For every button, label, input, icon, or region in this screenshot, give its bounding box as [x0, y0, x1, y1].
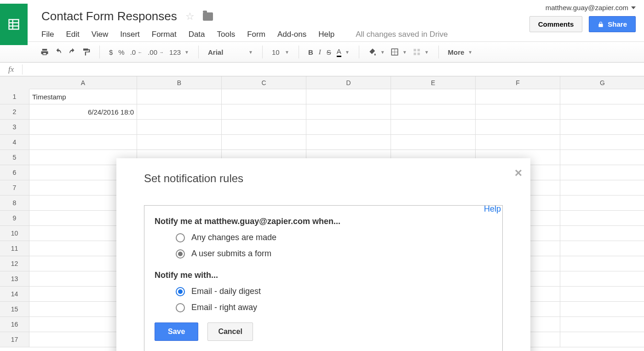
font-family-select[interactable]: Arial▼: [205, 46, 256, 58]
menu-data[interactable]: Data: [189, 30, 205, 39]
cell-G9[interactable]: [560, 211, 644, 226]
row-header-10[interactable]: 10: [0, 226, 29, 241]
cell-B3[interactable]: [137, 120, 222, 135]
row-header-12[interactable]: 12: [0, 256, 29, 271]
col-header-A[interactable]: A: [29, 76, 137, 89]
cell-G3[interactable]: [560, 120, 644, 135]
col-header-F[interactable]: F: [476, 76, 560, 89]
star-icon[interactable]: ☆: [185, 11, 195, 23]
menu-help[interactable]: Help: [318, 30, 334, 39]
menu-view[interactable]: View: [92, 30, 109, 39]
currency-button[interactable]: $: [106, 46, 115, 58]
font-size-select[interactable]: 10▼: [269, 46, 292, 58]
borders-button[interactable]: ▼: [388, 46, 410, 58]
cell-C1[interactable]: [222, 89, 306, 104]
menu-file[interactable]: File: [41, 30, 54, 39]
cell-B1[interactable]: [137, 89, 222, 104]
radio-form-submit[interactable]: A user submits a form: [176, 249, 492, 259]
menu-tools[interactable]: Tools: [217, 30, 236, 39]
radio-any-changes[interactable]: Any changes are made: [176, 233, 492, 242]
cell-G16[interactable]: [560, 317, 644, 332]
cell-G8[interactable]: [560, 196, 644, 211]
share-button[interactable]: Share: [589, 16, 636, 32]
row-header-4[interactable]: 4: [0, 135, 29, 150]
cell-G6[interactable]: [560, 165, 644, 180]
row-header-1[interactable]: 1: [0, 89, 29, 104]
cell-G15[interactable]: [560, 302, 644, 317]
close-icon[interactable]: ×: [515, 166, 522, 180]
bold-button[interactable]: B: [305, 46, 316, 58]
folder-icon[interactable]: [203, 12, 213, 21]
decrease-decimal-button[interactable]: .0←: [127, 46, 145, 58]
sheets-logo[interactable]: [0, 4, 28, 45]
menu-addons[interactable]: Add-ons: [277, 30, 306, 39]
cell-E3[interactable]: [391, 120, 476, 135]
row-header-7[interactable]: 7: [0, 180, 29, 196]
cell-G7[interactable]: [560, 180, 644, 196]
cell-F4[interactable]: [476, 135, 560, 150]
radio-right-away[interactable]: Email - right away: [176, 303, 492, 312]
more-button[interactable]: More▼: [445, 46, 476, 58]
cell-G10[interactable]: [560, 226, 644, 241]
menu-insert[interactable]: Insert: [120, 30, 140, 39]
cell-E2[interactable]: [391, 104, 476, 120]
cell-G11[interactable]: [560, 241, 644, 256]
cell-F3[interactable]: [476, 120, 560, 135]
cell-G12[interactable]: [560, 256, 644, 271]
paint-format-icon[interactable]: [79, 46, 93, 58]
menu-form[interactable]: Form: [247, 30, 265, 39]
cell-D3[interactable]: [306, 120, 391, 135]
formula-bar[interactable]: fx: [0, 63, 644, 76]
fill-color-button[interactable]: ▼: [366, 46, 388, 58]
percent-button[interactable]: %: [115, 46, 127, 58]
cell-G13[interactable]: [560, 271, 644, 287]
increase-decimal-button[interactable]: .00→: [145, 46, 167, 58]
cancel-button[interactable]: Cancel: [207, 322, 253, 341]
row-header-3[interactable]: 3: [0, 120, 29, 135]
cell-D2[interactable]: [306, 104, 391, 120]
row-header-6[interactable]: 6: [0, 165, 29, 180]
doc-title[interactable]: Contact Form Responses: [41, 9, 177, 23]
cell-G1[interactable]: [560, 89, 644, 104]
row-header-8[interactable]: 8: [0, 196, 29, 211]
cell-E1[interactable]: [391, 89, 476, 104]
row-header-9[interactable]: 9: [0, 211, 29, 226]
cell-B2[interactable]: [137, 104, 222, 120]
cell-F2[interactable]: [476, 104, 560, 120]
row-header-14[interactable]: 14: [0, 287, 29, 302]
merge-button[interactable]: ▼: [410, 46, 432, 58]
row-header-15[interactable]: 15: [0, 302, 29, 317]
redo-icon[interactable]: [65, 46, 79, 58]
menu-edit[interactable]: Edit: [66, 30, 79, 39]
col-header-D[interactable]: D: [306, 76, 391, 89]
cell-C2[interactable]: [222, 104, 306, 120]
cell-A1[interactable]: Timestamp: [29, 89, 137, 104]
cell-G17[interactable]: [560, 332, 644, 347]
cell-B4[interactable]: [137, 135, 222, 150]
col-header-C[interactable]: C: [222, 76, 306, 89]
text-color-button[interactable]: A▼: [334, 46, 352, 59]
print-icon[interactable]: [38, 46, 52, 58]
save-button[interactable]: Save: [155, 322, 198, 341]
col-header-B[interactable]: B: [137, 76, 222, 89]
col-header-G[interactable]: G: [560, 76, 644, 89]
help-link[interactable]: Help: [484, 204, 501, 214]
cell-C3[interactable]: [222, 120, 306, 135]
row-header-2[interactable]: 2: [0, 104, 29, 120]
comments-button[interactable]: Comments: [529, 16, 583, 32]
cell-F1[interactable]: [476, 89, 560, 104]
cell-E4[interactable]: [391, 135, 476, 150]
cell-A4[interactable]: [29, 135, 137, 150]
row-header-13[interactable]: 13: [0, 271, 29, 287]
select-all-corner[interactable]: [0, 76, 29, 89]
radio-daily-digest[interactable]: Email - daily digest: [176, 287, 492, 296]
row-header-11[interactable]: 11: [0, 241, 29, 256]
cell-D4[interactable]: [306, 135, 391, 150]
row-header-16[interactable]: 16: [0, 317, 29, 332]
strikethrough-button[interactable]: S: [324, 46, 334, 58]
cell-C4[interactable]: [222, 135, 306, 150]
cell-G4[interactable]: [560, 135, 644, 150]
row-header-17[interactable]: 17: [0, 332, 29, 347]
cell-A2[interactable]: 6/24/2016 18:0: [29, 104, 137, 120]
row-header-5[interactable]: 5: [0, 150, 29, 165]
